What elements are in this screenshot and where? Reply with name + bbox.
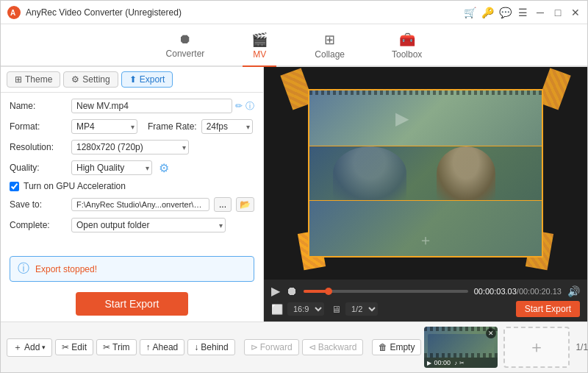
format-row: Format: MP4 Frame Rate: 24fps [10, 119, 254, 134]
panel-tab-export[interactable]: ⬆ Export [121, 71, 173, 88]
time-current: 00:00:03.03 [474, 287, 517, 296]
start-export-left-button[interactable]: Start Export [76, 292, 189, 316]
media-clip-1[interactable]: ▶ 00:00 ♪ ✂ ✕ [424, 327, 498, 368]
tab-toolbox-label: Toolbox [392, 49, 422, 60]
gpu-row: Turn on GPU Acceleration [10, 181, 254, 191]
add-label: Add [24, 342, 40, 352]
maximize-icon[interactable]: □ [552, 7, 564, 18]
key-icon[interactable]: 🔑 [481, 7, 493, 18]
panel-tab-setting[interactable]: ⚙ Setting [63, 71, 118, 88]
edit-label: Edit [71, 342, 87, 352]
resolution-row: Resolution: 1280x720 (720p) [10, 140, 254, 154]
ahead-label: Ahead [153, 342, 179, 352]
video-row-bottom: ＋ [309, 201, 542, 256]
aspect-ratio-select[interactable]: 16:9 [287, 302, 324, 316]
frame-rate-select-wrapper: 24fps [201, 119, 253, 134]
chat-icon[interactable]: 💬 [499, 7, 511, 18]
nav-tabs: ⏺ Converter 🎬 MV ⊞ Collage 🧰 Toolbox [1, 24, 587, 67]
progress-bar[interactable] [304, 290, 468, 293]
theme-tab-icon: ⊞ [15, 74, 22, 85]
frame-rate-select[interactable]: 24fps [201, 119, 253, 134]
quality-settings-btn[interactable]: ⚙ [157, 160, 171, 175]
time-total: 00:00:20.13 [519, 287, 562, 296]
backward-label: Backward [318, 342, 357, 352]
open-folder-button[interactable]: 📂 [236, 197, 254, 212]
info-icon[interactable]: ⓘ [245, 100, 254, 113]
setting-tab-label: Setting [82, 74, 110, 85]
resolution-select[interactable]: 1280x720 (720p) [71, 140, 189, 154]
time-display: 00:00:03.03/00:00:20.13 [474, 287, 562, 296]
export-tab-icon: ⬆ [129, 74, 137, 85]
tab-mv[interactable]: 🎬 MV [243, 29, 276, 67]
close-icon[interactable]: ✕ [570, 7, 581, 18]
quality-select[interactable]: High Quality [71, 160, 152, 175]
zoom-select[interactable]: 1/2 [345, 302, 378, 316]
add-clip-button[interactable]: ＋ [503, 327, 570, 368]
export-tab-label: Export [140, 74, 165, 85]
clip-info-overlay: ▶ 00:00 ♪ ✂ [424, 358, 498, 368]
behind-icon: ↓ [194, 342, 198, 352]
behind-button[interactable]: ↓ Behind [187, 339, 234, 355]
ahead-button[interactable]: ↑ Ahead [140, 339, 185, 355]
empty-icon: 🗑 [379, 342, 387, 352]
name-input[interactable]: New MV.mp4 [71, 99, 232, 113]
trim-label: Trim [112, 342, 130, 352]
tab-collage[interactable]: ⊞ Collage [306, 29, 354, 65]
complete-label: Complete: [10, 220, 67, 230]
clip-remove-button[interactable]: ✕ [486, 328, 496, 338]
ctrl-row2-left: ⬜ 16:9 🖥 1/2 [271, 302, 378, 316]
format-select-wrapper: MP4 [71, 119, 137, 134]
page-indicator: 1/1 [576, 342, 588, 352]
tab-toolbox[interactable]: 🧰 Toolbox [383, 29, 431, 65]
toolbox-icon: 🧰 [399, 32, 415, 48]
info-circle-icon: ⓘ [18, 261, 29, 277]
quality-select-wrapper: High Quality [71, 160, 152, 175]
trim-icon: ✂ [103, 342, 110, 352]
clip-audio-icon: ♪ [454, 360, 457, 366]
edit-button[interactable]: ✂ Edit [55, 339, 93, 355]
start-export-right-button[interactable]: Start Export [516, 301, 580, 317]
tab-converter[interactable]: ⏺ Converter [157, 29, 214, 65]
complete-select[interactable]: Open output folder [71, 218, 226, 232]
export-form: Name: New MV.mp4 ✏ ⓘ Format: MP4 [1, 93, 263, 252]
bottom-toolbar: ＋ Add ▾ ✂ Edit ✂ Trim ↑ Ahead ↓ Behind ⊳… [1, 322, 587, 372]
edit-icon: ✂ [62, 342, 69, 352]
forward-label: Forward [260, 342, 293, 352]
tab-collage-label: Collage [315, 49, 345, 60]
play-overlay-icon: ▶ [395, 108, 409, 129]
plus-icon[interactable]: ＋ [418, 230, 433, 250]
minimize-icon[interactable]: ─ [534, 7, 546, 18]
tab-converter-label: Converter [166, 49, 205, 59]
backward-button[interactable]: ⊲ Backward [302, 339, 364, 355]
video-grid: ▶ ＋ [309, 90, 542, 256]
menu-icon[interactable]: ☰ [517, 7, 528, 18]
add-button[interactable]: ＋ Add ▾ [7, 338, 52, 357]
converter-icon: ⏺ [179, 32, 192, 47]
theme-tab-label: Theme [25, 74, 52, 85]
browse-button[interactable]: ... [214, 197, 232, 212]
format-select[interactable]: MP4 [71, 119, 137, 134]
panel-tabs: ⊞ Theme ⚙ Setting ⬆ Export [1, 67, 263, 93]
clip-play-icon: ▶ [427, 360, 431, 366]
name-label: Name: [10, 101, 67, 111]
edit-name-icon[interactable]: ✏ [235, 101, 243, 111]
save-to-label: Save to: [10, 199, 67, 210]
play-button[interactable]: ▶ [271, 284, 280, 298]
right-panel: ▶ ＋ [264, 67, 587, 322]
empty-label: Empty [390, 342, 415, 352]
panel-tab-theme[interactable]: ⊞ Theme [7, 71, 60, 88]
stop-button[interactable]: ⏺ [286, 285, 298, 298]
gpu-checkbox[interactable] [10, 182, 19, 191]
empty-button[interactable]: 🗑 Empty [372, 339, 421, 355]
resolution-select-wrapper: 1280x720 (720p) [71, 140, 189, 154]
main-content: ⊞ Theme ⚙ Setting ⬆ Export Name: [1, 67, 587, 322]
volume-icon[interactable]: 🔊 [567, 285, 580, 297]
video-row-top: ▶ [309, 90, 542, 146]
left-panel: ⊞ Theme ⚙ Setting ⬆ Export Name: [1, 67, 264, 322]
forward-button[interactable]: ⊳ Forward [244, 339, 299, 355]
quality-label: Quality: [10, 163, 67, 173]
cart-icon[interactable]: 🛒 [464, 7, 476, 18]
video-row-middle [309, 146, 542, 201]
app-logo: A [7, 5, 21, 20]
trim-button[interactable]: ✂ Trim [96, 339, 137, 355]
